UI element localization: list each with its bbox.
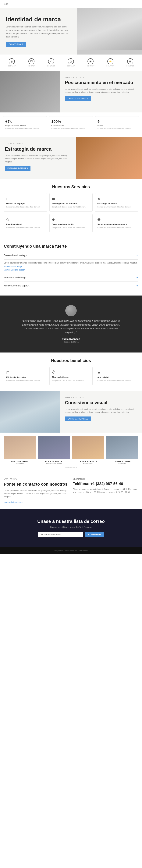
- testimonial-role: Director de Marca: [6, 341, 136, 343]
- team-name-1: BERTIE NORTON: [4, 461, 36, 463]
- newsletter-email-input[interactable]: [38, 532, 83, 537]
- accordion-label-3: Maintenance and support: [4, 284, 29, 287]
- testimonial-quote: "Lorem ipsum dolor sit amet. Regur diam …: [22, 319, 120, 335]
- accordion-maintenance[interactable]: Maintenance and support +: [4, 282, 138, 290]
- contact-label: CONTACTOS: [4, 478, 69, 480]
- icon-item-1[interactable]: ◎ CONTACT: [8, 58, 16, 67]
- testimonial-avatar: [65, 305, 77, 316]
- service-desc-3: Sample text. Click to select the Text El…: [97, 206, 136, 209]
- team-section: BERTIE NORTON Secretario BOLA DE MATTIE …: [0, 433, 142, 472]
- stat-number-2: 100%: [51, 120, 90, 124]
- icon-item-5[interactable]: ⊞ CONTACT: [87, 58, 94, 67]
- contact-icon-3: ✓: [48, 58, 54, 64]
- what-description: Lorem ipsum dolor sit amet, consectetur …: [5, 154, 71, 163]
- newsletter-submit-button[interactable]: CONTINUAR: [85, 532, 104, 537]
- stat-card-projects: +7k Proyectos a nivel mundial Sample tex…: [3, 116, 47, 133]
- benefit-card-time: ⏱ Ahorro de tiempo Sample text. Click to…: [50, 367, 93, 385]
- benefits-grid: ◻ Eficiencia de costes Sample text. Clic…: [4, 367, 138, 385]
- team-avatar-denise: [106, 436, 138, 459]
- icon-item-2[interactable]: ☐ CONTACT: [27, 58, 35, 67]
- testimonial-section: "Lorem ipsum dolor sit amet. Regur diam …: [0, 296, 142, 352]
- service-card-content: ◆ Creación de contenido Sample text. Cli…: [50, 214, 93, 232]
- content-creation-icon: ◆: [52, 217, 90, 222]
- contact-info-col: CONTACTOS Ponte en contacto con nosotros…: [4, 478, 69, 503]
- what-image: [76, 137, 142, 179]
- team-role-4: Secretario: [106, 463, 138, 465]
- stat-label-3: Paises: [97, 125, 137, 126]
- what-title: Estrategia de marca: [5, 146, 71, 152]
- contact-icon-5: ⊞: [87, 58, 93, 64]
- hero-title: Identidad de marca: [6, 16, 71, 23]
- stat-desc-3: Sample text. Click to select the Text El…: [97, 128, 137, 130]
- benefit-card-quality: ★ Alta calidad Sample text. Click to sel…: [95, 367, 138, 385]
- contact-icon-4: ◷: [68, 58, 74, 64]
- stat-card-countries: 9 Paises Sample text. Click to select th…: [95, 116, 139, 133]
- accordion-expanded-1: Lorem ipsum dolor sit amet, consectetur …: [4, 259, 138, 274]
- accordion-plus-icon-1: +: [137, 276, 138, 279]
- service-desc-1: Sample text. Click to select the Text El…: [6, 206, 45, 209]
- service-title-5: Creación de contenido: [52, 223, 90, 225]
- time-saving-icon: ⏱: [52, 370, 90, 374]
- about-title: Posicionamiento en el mercado: [65, 80, 137, 85]
- benefit-desc-3: Sample text. Click to select the Text El…: [97, 379, 136, 382]
- consistency-label: SOBRE NOSOTROS: [65, 397, 137, 399]
- about-content: SOBRE NOSOTROS Posicionamiento en el mer…: [60, 71, 142, 113]
- stat-label-2: Clientes felices: [51, 125, 90, 126]
- stat-desc-1: Sample text. Click to select the Text El…: [5, 128, 45, 130]
- about-cta-button[interactable]: EXPLORAR DETALLES: [65, 96, 91, 101]
- service-card-strategy: ◈ Estrategia de marca Sample text. Click…: [95, 193, 138, 212]
- icon-item-3[interactable]: ✓ CONTACT: [47, 58, 55, 67]
- icon-label-4: CONTACT: [67, 65, 75, 67]
- service-title-1: Diseño de logotipo: [6, 203, 45, 205]
- hero-cta-button[interactable]: CONOCE MÁS: [6, 42, 26, 47]
- contact-phone-number: Teléfona: +1 (324) 987-56-46: [73, 482, 138, 486]
- benefit-title-1: Eficiencia de costes: [6, 376, 45, 378]
- team-name-3: JENNIE ROBERTS: [72, 461, 104, 463]
- accordion-link-1[interactable]: Wireframe and design: [4, 266, 138, 268]
- accordion-plus-icon-2: +: [137, 284, 138, 287]
- team-member-3: JENNIE ROBERTS Recepcionista: [72, 436, 104, 465]
- what-cta-button[interactable]: EXPLORAR DETALLES: [5, 166, 30, 171]
- accordion-link-2[interactable]: Maintenance and support: [4, 269, 138, 271]
- service-title-3: Estrategia de marca: [97, 203, 136, 205]
- icon-item-4[interactable]: ◷ CONTACT: [67, 58, 75, 67]
- services-title: Nuestros Servicios: [4, 184, 138, 189]
- consistency-title: Consistencia visual: [65, 400, 137, 405]
- accordion-minus-icon: −: [137, 254, 138, 257]
- icon-item-7[interactable]: ⊟ CONTACT: [126, 58, 134, 67]
- contact-phone-label: LLAMANOS: [73, 478, 138, 480]
- team-grid: BERTIE NORTON Secretario BOLA DE MATTIE …: [4, 436, 138, 465]
- team-role-3: Recepcionista: [72, 463, 104, 465]
- accordion-label-2: Wireframe and design: [4, 276, 26, 279]
- service-card-market: ◼ Investigación de mercado Sample text. …: [50, 193, 93, 212]
- logo: logo: [4, 3, 8, 5]
- contact-icon-2: ☐: [28, 58, 34, 64]
- accordion-label-1: Research and strategy: [4, 254, 27, 257]
- contact-icon-1: ◎: [9, 58, 15, 64]
- consistency-content: SOBRE NOSOTROS Consistencia visual Lorem…: [60, 391, 142, 433]
- footer: Sample text. Click to select the Text El…: [0, 547, 142, 554]
- service-desc-4: Sample text. Click to select the Text El…: [6, 227, 45, 229]
- hero-image-placeholder: [77, 8, 142, 50]
- consistency-description: Lorem ipsum dolor sit amet, consectetur …: [65, 408, 137, 414]
- consistency-cta-button[interactable]: EXPLORAR DETALLES: [65, 416, 91, 421]
- team-member-1: BERTIE NORTON Secretario: [4, 436, 36, 465]
- service-card-logo: ◻ Diseño de logotipo Sample text. Click …: [4, 193, 47, 212]
- accordion-wireframe[interactable]: Wireframe and design +: [4, 274, 138, 282]
- menu-icon[interactable]: ☰: [135, 2, 138, 6]
- high-quality-icon: ★: [97, 370, 136, 375]
- service-desc-5: Sample text. Click to select the Text El…: [52, 227, 90, 229]
- accordion-research[interactable]: Research and strategy −: [4, 251, 138, 259]
- team-name-4: DENISE CLARKE: [106, 461, 138, 463]
- about-image: [0, 71, 60, 113]
- icon-item-6[interactable]: ⚡ COMPANY: [106, 58, 114, 67]
- service-card-identity: ◇ Identidad visual Sample text. Click to…: [4, 214, 47, 232]
- stat-label-1: Proyectos a nivel mundial: [5, 125, 45, 126]
- accordion-content-1: Lorem ipsum dolor sit amet, consectetur …: [4, 261, 138, 265]
- contact-icon-7: ⊟: [127, 58, 133, 64]
- stat-desc-2: Sample text. Click to select the Text El…: [51, 128, 90, 130]
- contact-email[interactable]: ejemplo@ejemplo.com: [4, 501, 23, 503]
- icon-label-2: CONTACT: [27, 65, 35, 67]
- rebranding-icon: ◉: [97, 217, 136, 222]
- newsletter-title: Únase a nuestra lista de correo: [6, 519, 136, 524]
